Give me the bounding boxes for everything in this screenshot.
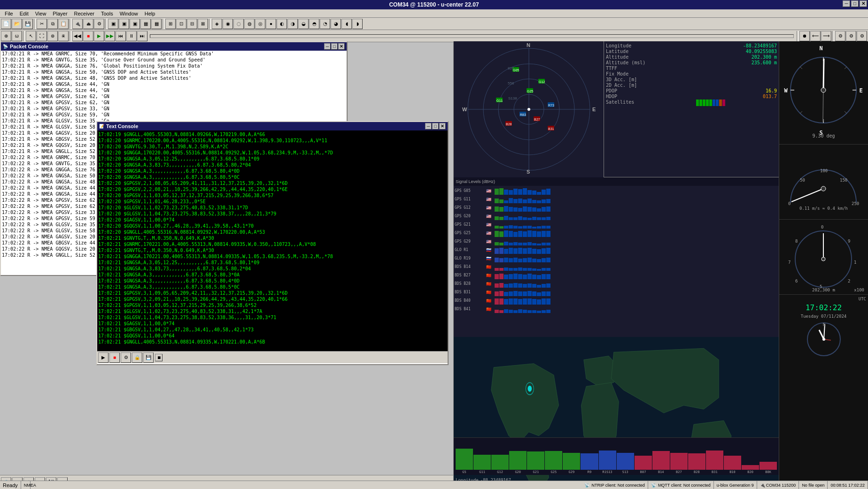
tb-b1[interactable]: ▣ <box>108 19 118 29</box>
tb-c2[interactable]: ◉ <box>223 19 233 29</box>
svg-line-44 <box>823 59 824 90</box>
tb-c1[interactable]: ◈ <box>212 19 222 29</box>
hdop-value: 013.7 <box>696 94 777 99</box>
tb-c5[interactable]: ◎ <box>255 19 265 29</box>
tb-b5[interactable]: ▦ <box>151 19 162 29</box>
tb-settings[interactable]: ⚙ <box>94 19 104 29</box>
tb-b7[interactable]: ⊡ <box>176 19 186 29</box>
chart-bar <box>456 449 473 470</box>
tb2-d1[interactable]: ⏺ <box>799 31 810 41</box>
tb2-e1[interactable]: ⚙ <box>835 31 845 41</box>
tb2-step-fwd[interactable]: ⏭ <box>137 31 147 41</box>
tb-b9[interactable]: ⊠ <box>198 19 208 29</box>
menu-view[interactable]: View <box>32 10 49 17</box>
signal-row: BDS B28🇨🇳 <box>455 280 778 288</box>
sat-label: BDS B31 <box>455 290 485 294</box>
pc-close[interactable]: ✕ <box>338 43 345 50</box>
signal-bar <box>499 274 504 279</box>
tb-b8[interactable]: ⊟ <box>187 19 197 29</box>
nmea-row: 17:02:20 $GNGSA,A,3,,,,,,,,,,,,6.87,3.68… <box>98 168 447 174</box>
tb-sep5 <box>209 19 211 29</box>
sat-flag: 🇺🇸 <box>486 231 494 236</box>
tc-close[interactable]: ✕ <box>439 123 446 130</box>
tb2-ff[interactable]: ▶▶ <box>105 31 115 41</box>
tc-minimize[interactable]: ─ <box>425 123 432 130</box>
maximize-button[interactable]: □ <box>851 0 859 7</box>
tb-c10[interactable]: ◓ <box>309 19 319 29</box>
tb2-b1[interactable]: ⊕ <box>1 31 11 41</box>
tb-c4[interactable]: ◍ <box>244 19 255 29</box>
svg-text:7: 7 <box>788 260 790 265</box>
tb-b6[interactable]: ⊞ <box>165 19 176 29</box>
status-file: No file open <box>799 481 828 489</box>
tb2-step-back[interactable]: ⏮ <box>116 31 126 41</box>
progress-bar[interactable] <box>150 34 794 38</box>
tb2-b4[interactable]: ⛶ <box>37 31 47 41</box>
menu-receiver[interactable]: Receiver <box>71 10 97 17</box>
tb2-play[interactable]: ▶ <box>94 31 104 41</box>
tb-c6[interactable]: ● <box>266 19 276 29</box>
signal-bar <box>523 284 527 288</box>
menu-window[interactable]: Window <box>117 10 141 17</box>
tc-tb2[interactable]: ■ <box>109 352 120 363</box>
tb-copy[interactable]: ⧉ <box>47 19 58 29</box>
svg-text:W: W <box>462 107 467 112</box>
tc-tb1[interactable]: ▶ <box>98 352 108 363</box>
tb-paste[interactable]: 📋 <box>58 19 69 29</box>
pc-minimize[interactable]: ─ <box>324 43 331 50</box>
tb-c11[interactable]: ◔ <box>320 19 330 29</box>
tb2-b2[interactable]: ω <box>12 31 22 41</box>
tb-save[interactable]: 💾 <box>23 19 33 29</box>
tb-new[interactable]: 📄 <box>1 19 11 29</box>
tb-c14[interactable]: ◗ <box>352 19 363 29</box>
tb-open[interactable]: 📂 <box>12 19 22 29</box>
signal-bar <box>518 283 522 288</box>
pc-maximize[interactable]: □ <box>331 43 338 50</box>
signal-bar <box>546 243 550 245</box>
tc-tb4[interactable]: 🔒 <box>132 352 142 363</box>
tb2-b5[interactable]: ⊛ <box>47 31 58 41</box>
menu-help[interactable]: Help <box>142 10 158 17</box>
tb-c8[interactable]: ◑ <box>287 19 298 29</box>
tb-disconnect[interactable]: ⏏ <box>83 19 93 29</box>
chart-col: G29 <box>563 453 580 474</box>
tb-c3[interactable]: ◌ <box>233 19 244 29</box>
tb-c9[interactable]: ◒ <box>298 19 309 29</box>
tb-connect[interactable]: 🔌 <box>72 19 83 29</box>
text-console-content[interactable]: 17:02:19 $GNGLL,4005.55303,N,08814.09266… <box>97 130 448 351</box>
tb2-d3[interactable]: ⟶ <box>821 31 831 41</box>
menu-player[interactable]: Player <box>50 10 70 17</box>
signal-row: BDS B40🇨🇳 <box>455 297 778 305</box>
tb2-pause[interactable]: ⏸ <box>126 31 137 41</box>
tb-c12[interactable]: ◕ <box>331 19 341 29</box>
minimize-button[interactable]: ─ <box>843 0 850 7</box>
signal-bar <box>504 216 508 220</box>
tb-b2[interactable]: ▣ <box>119 19 129 29</box>
chart-col: R9 <box>581 453 598 474</box>
signal-bar <box>542 243 546 245</box>
tb-b3[interactable]: ▣ <box>130 19 140 29</box>
svg-line-45 <box>823 90 823 122</box>
tb-b4[interactable]: ▦ <box>140 19 151 29</box>
tc-tb6[interactable]: ⏹ <box>155 354 163 361</box>
tb2-b3[interactable]: ↖ <box>26 31 36 41</box>
nmea-row: 17:02:20 $GNGGA,170220.00,4005.55316,N,0… <box>98 150 447 156</box>
tb-cut[interactable]: ✂ <box>37 19 47 29</box>
menu-tools[interactable]: Tools <box>98 10 116 17</box>
text-console-toolbar: ▶ ■ ⚙ 🔒 💾 ⏹ <box>97 351 448 363</box>
menu-edit[interactable]: Edit <box>17 10 31 17</box>
tb2-e2[interactable]: ⚙ <box>846 31 856 41</box>
tb2-b6[interactable]: ⛯ <box>58 31 69 41</box>
tc-tb5[interactable]: 💾 <box>143 352 154 363</box>
tb-c13[interactable]: ◖ <box>341 19 352 29</box>
close-button[interactable]: ✕ <box>860 0 867 7</box>
tc-tb3[interactable]: ⚙ <box>121 352 131 363</box>
tb2-stop[interactable]: ■ <box>83 31 93 41</box>
tb-c7[interactable]: ◐ <box>277 19 287 29</box>
tc-maximize[interactable]: □ <box>432 123 439 130</box>
tb2-prev[interactable]: ◀◀ <box>72 31 83 41</box>
signal-bars <box>495 289 778 296</box>
tb2-d2[interactable]: ⟵ <box>810 31 821 41</box>
tb2-e3[interactable]: ⚙ <box>857 31 867 41</box>
menu-file[interactable]: File <box>2 10 16 17</box>
